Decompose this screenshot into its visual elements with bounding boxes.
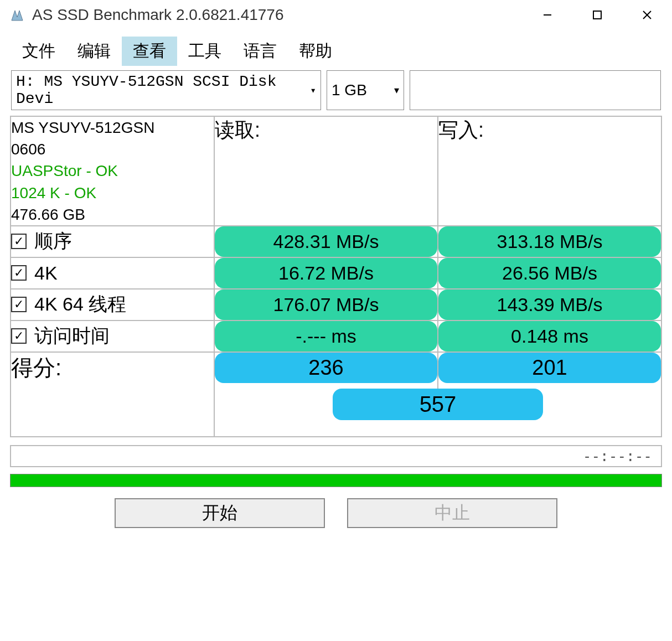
buttons-row: 开始 中止	[0, 498, 672, 528]
size-select[interactable]: 1 GB ▾	[327, 70, 404, 110]
menu-help[interactable]: 帮助	[288, 37, 343, 66]
minimize-button[interactable]	[523, 0, 572, 30]
access-write-value: 0.148 ms	[438, 321, 661, 351]
maximize-button[interactable]	[572, 0, 622, 30]
results-table: MS YSUYV-512GSN 0606 UASPStor - OK 1024 …	[10, 116, 662, 437]
checkbox-4k[interactable]: ✓	[11, 265, 27, 281]
start-button[interactable]: 开始	[115, 498, 325, 528]
4k-write-value: 26.56 MB/s	[438, 258, 661, 288]
drive-model: MS YSUYV-512GSN	[11, 117, 214, 138]
read-column-header: 读取:	[214, 116, 438, 226]
titlebar: AS SSD Benchmark 2.0.6821.41776	[0, 0, 672, 30]
score-read: 236	[215, 353, 437, 383]
window-title: AS SSD Benchmark 2.0.6821.41776	[32, 6, 523, 24]
table-row-seq: ✓ 顺序 428.31 MB/s 313.18 MB/s	[11, 226, 661, 257]
drive-select-value: H: MS YSUYV-512GSN SCSI Disk Devi	[16, 73, 306, 107]
row-label-seq: 顺序	[34, 229, 72, 254]
drive-capacity: 476.66 GB	[11, 204, 214, 225]
checkbox-4k64[interactable]: ✓	[11, 297, 27, 312]
app-icon	[9, 7, 25, 23]
size-select-value: 1 GB	[332, 81, 367, 99]
row-label-access: 访问时间	[34, 323, 110, 349]
timer-display: --:--:--	[10, 445, 662, 467]
menu-file[interactable]: 文件	[11, 37, 66, 66]
timer-value: --:--:--	[583, 448, 652, 464]
alignment-status: 1024 K - OK	[11, 182, 214, 204]
drive-firmware: 0606	[11, 138, 214, 160]
seq-read-value: 428.31 MB/s	[215, 226, 437, 257]
write-column-header: 写入:	[438, 116, 661, 226]
table-row-4k: ✓ 4K 16.72 MB/s 26.56 MB/s	[11, 257, 661, 289]
checkbox-seq[interactable]: ✓	[11, 234, 27, 249]
drive-info-cell: MS YSUYV-512GSN 0606 UASPStor - OK 1024 …	[11, 116, 214, 226]
4k-read-value: 16.72 MB/s	[215, 258, 437, 288]
score-write: 201	[438, 353, 661, 383]
checkbox-access[interactable]: ✓	[11, 328, 27, 344]
window-controls	[523, 0, 672, 30]
menu-view[interactable]: 查看	[122, 37, 177, 66]
table-row-score: 得分: 236 201	[11, 352, 661, 389]
drive-select[interactable]: H: MS YSUYV-512GSN SCSI Disk Devi ▾	[11, 70, 321, 110]
svg-rect-1	[593, 11, 601, 19]
seq-write-value: 313.18 MB/s	[438, 226, 661, 257]
4k64-read-value: 176.07 MB/s	[215, 290, 437, 320]
chevron-down-icon: ▾	[394, 84, 399, 96]
menu-language[interactable]: 语言	[232, 37, 288, 66]
menu-tools[interactable]: 工具	[177, 37, 232, 66]
table-row-access: ✓ 访问时间 -.--- ms 0.148 ms	[11, 320, 661, 352]
row-label-4k: 4K	[34, 262, 58, 284]
extra-field	[410, 70, 661, 110]
stop-button: 中止	[347, 498, 557, 528]
selector-row: H: MS YSUYV-512GSN SCSI Disk Devi ▾ 1 GB…	[0, 70, 672, 116]
access-read-value: -.--- ms	[215, 321, 437, 351]
chevron-down-icon: ▾	[310, 84, 316, 96]
table-row-4k64: ✓ 4K 64 线程 176.07 MB/s 143.39 MB/s	[11, 289, 661, 320]
menu-edit[interactable]: 编辑	[66, 37, 122, 66]
row-label-4k64: 4K 64 线程	[34, 292, 126, 317]
score-total: 557	[333, 389, 543, 420]
driver-status: UASPStor - OK	[11, 160, 214, 182]
progress-bar	[10, 474, 662, 487]
score-label: 得分:	[11, 352, 214, 437]
close-button[interactable]	[622, 0, 672, 30]
menubar: 文件 编辑 查看 工具 语言 帮助	[0, 30, 672, 70]
4k64-write-value: 143.39 MB/s	[438, 290, 661, 320]
